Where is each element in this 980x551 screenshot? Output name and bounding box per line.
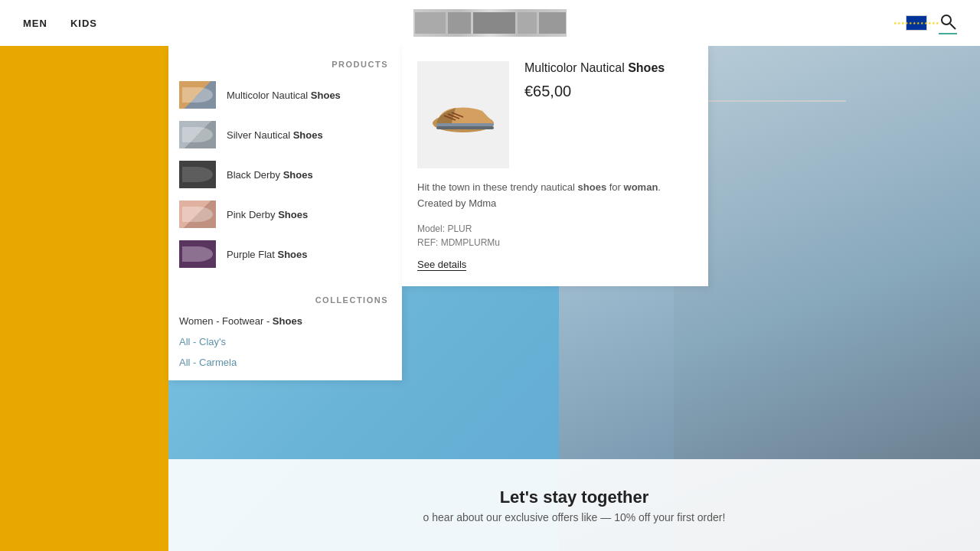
product-name-silver: Silver Nautical Shoes [227,129,323,141]
svg-rect-6 [436,123,494,126]
hero-yellow-bg [0,46,168,551]
product-item-multicolor[interactable]: Multicolor Nautical Shoes [168,75,402,115]
search-button[interactable] [939,12,957,34]
products-section-label: PRODUCTS [168,46,402,75]
dropdown-panel: PRODUCTS Multicolor Nautical Shoes Silve… [168,46,402,380]
flag-icon[interactable]: ★★★★★★★★★★★★ [906,15,927,31]
svg-point-0 [942,15,951,24]
detail-ref: REF: MDMPLURMu [417,237,693,248]
flag-stars: ★★★★★★★★★★★★ [893,21,939,25]
shoe-illustration [429,94,498,136]
shoe-shape-pink [182,207,213,222]
product-name-purple: Purple Flat Shoes [227,249,308,260]
nav-kids[interactable]: KIDS [70,18,97,29]
collections-section-label: COLLECTIONS [168,282,402,311]
product-thumb-silver [179,121,216,148]
product-thumb-purple [179,240,216,268]
collection-clays-link[interactable]: All - Clay's [179,336,226,347]
search-icon [939,12,957,31]
header: MEN KIDS ★★★★★★★★★★★★ [0,0,980,46]
header-right: ★★★★★★★★★★★★ [906,12,957,34]
detail-product-name: Multicolor Nautical Shoes [524,61,665,75]
product-item-purple[interactable]: Purple Flat Shoes [168,234,402,274]
product-item-black[interactable]: Black Derby Shoes [168,155,402,194]
shoe-shape-silver [182,127,213,142]
main-content: woman shoes PRODUCTS Multicolor Nautical… [0,46,980,551]
product-name-pink: Pink Derby Shoes [227,209,308,220]
svg-rect-7 [436,126,494,129]
product-item-pink[interactable]: Pink Derby Shoes [168,194,402,234]
collection-all-carmela[interactable]: All - Carmela [168,352,402,373]
logo[interactable] [413,9,567,37]
product-item-silver[interactable]: Silver Nautical Shoes [168,115,402,155]
shoe-shape-multicolor [182,87,213,103]
nav-men[interactable]: MEN [23,18,47,29]
detail-product-thumb [417,61,509,168]
bottom-banner: Let's stay together o hear about our exc… [168,459,980,551]
product-thumb-black [179,161,216,188]
nav-left: MEN KIDS [23,18,97,29]
shoe-shape-purple [182,246,213,262]
collections-section: COLLECTIONS Women - Footwear - Shoes All… [168,282,402,373]
detail-price: €65,00 [524,83,665,100]
product-thumb-pink [179,201,216,228]
see-details-link[interactable]: See details [417,259,466,271]
detail-model: Model: PLUR [417,223,693,234]
product-name-black: Black Derby Shoes [227,169,313,181]
search-underline [939,33,957,34]
svg-line-1 [950,24,956,29]
detail-info: Multicolor Nautical Shoes €65,00 [524,61,665,168]
collection-women-footwear[interactable]: Women - Footwear - Shoes [168,311,402,331]
product-thumb-multicolor [179,81,216,109]
shoe-shape-black [182,167,213,182]
bottom-banner-text: o hear about our exclusive offers like —… [423,511,726,523]
collection-carmela-link[interactable]: All - Carmela [179,357,237,368]
collection-all-clays[interactable]: All - Clay's [168,331,402,352]
detail-description: Hit the town in these trendy nautical sh… [417,180,693,212]
bottom-banner-title: Let's stay together [500,487,649,507]
logo-image [413,9,567,37]
product-detail-card: Multicolor Nautical Shoes €65,00 Hit the… [402,46,708,286]
product-name-multicolor: Multicolor Nautical Shoes [227,90,341,101]
